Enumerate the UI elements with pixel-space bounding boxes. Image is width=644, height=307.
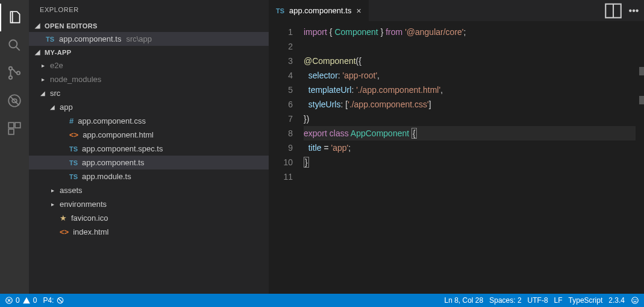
overview-ruler[interactable] (636, 25, 644, 294)
svg-rect-5 (8, 122, 14, 128)
tree-item-label: app.component.spec.ts (82, 144, 163, 153)
svg-point-3 (17, 71, 20, 74)
chevron-right-icon: ▸ (40, 62, 46, 69)
open-editors-header[interactable]: ◢ OPEN EDITORS (29, 19, 269, 32)
code-lines[interactable]: import { Component } from '@angular/core… (304, 25, 636, 294)
editor-group: TS app.component.ts × ••• 1234567891011 … (269, 0, 644, 294)
tree-item-label: app (60, 103, 73, 112)
status-port[interactable]: P4: (43, 296, 64, 305)
tree-item-label: app.module.ts (82, 172, 131, 181)
sidebar: EXPLORER ◢ OPEN EDITORS TS app.component… (29, 0, 269, 294)
tree-item-label: app.component.ts (82, 158, 144, 167)
open-editor-subpath: src\app (126, 34, 152, 43)
tab-bar: TS app.component.ts × ••• (269, 0, 644, 21)
status-encoding[interactable]: UTF-8 (528, 296, 548, 305)
status-bar: 0 0 P4: Ln 8, Col 28 Spaces: 2 UTF-8 LF … (0, 294, 644, 307)
close-icon[interactable]: × (356, 6, 361, 16)
status-eol[interactable]: LF (554, 296, 563, 305)
status-feedback[interactable] (631, 296, 639, 305)
smiley-icon (631, 296, 639, 305)
chevron-down-icon: ◢ (34, 22, 41, 30)
status-language[interactable]: TypeScript (569, 296, 603, 305)
tab-app-component-ts[interactable]: TS app.component.ts × (269, 0, 369, 21)
split-icon (603, 1, 624, 21)
tree-item-label: favicon.ico (71, 214, 108, 223)
tree-item-label: assets (60, 186, 83, 195)
status-version[interactable]: 2.3.4 (608, 296, 625, 305)
tree-item-label: e2e (50, 61, 63, 70)
activity-search[interactable] (0, 31, 29, 59)
status-indent[interactable]: Spaces: 2 (489, 296, 521, 305)
tree-folder[interactable]: ◢app (29, 100, 269, 114)
line-numbers: 1234567891011 (269, 25, 304, 294)
activity-bar (0, 0, 29, 294)
open-editor-name: app.component.ts (59, 34, 121, 43)
tree-file[interactable]: ★favicon.ico (29, 211, 269, 225)
tree-file[interactable]: TSapp.component.ts (29, 156, 269, 169)
extensions-icon (7, 121, 22, 136)
tree-folder[interactable]: ▸node_modules (29, 72, 269, 86)
svg-point-13 (636, 300, 636, 300)
tree-item-label: app.component.html (83, 130, 154, 139)
activity-explorer[interactable] (0, 4, 29, 31)
chevron-down-icon: ◢ (40, 90, 46, 97)
warning-icon (22, 296, 31, 305)
html-icon: <> (60, 227, 69, 236)
source-control-icon (7, 65, 22, 81)
split-editor-button[interactable] (603, 0, 624, 21)
tree-folder[interactable]: ▸assets (29, 183, 269, 197)
status-cursor[interactable]: Ln 8, Col 28 (444, 296, 483, 305)
ts-icon: TS (69, 159, 78, 166)
sidebar-title: EXPLORER (29, 0, 269, 19)
tree-item-label: app.component.css (78, 116, 146, 125)
chevron-down-icon: ◢ (49, 104, 55, 110)
tree-folder[interactable]: ▸e2e (29, 59, 269, 72)
error-icon (5, 296, 13, 305)
html-icon: <> (69, 130, 78, 139)
debug-icon (7, 93, 22, 109)
tree-file[interactable]: TSapp.component.spec.ts (29, 142, 269, 156)
file-tree: ▸e2e▸node_modules◢src◢app#app.component.… (29, 59, 269, 294)
svg-point-12 (634, 300, 634, 300)
more-actions-button[interactable]: ••• (624, 0, 644, 21)
tree-folder[interactable]: ◢src (29, 86, 269, 100)
ts-icon: TS (276, 7, 284, 14)
chevron-right-icon: ▸ (40, 76, 46, 83)
files-icon (7, 10, 23, 25)
tree-file[interactable]: #app.component.css (29, 114, 269, 128)
project-label: MY-APP (45, 49, 72, 56)
tree-item-label: index.html (73, 227, 108, 236)
activity-scm[interactable] (0, 59, 29, 87)
ellipsis-icon: ••• (629, 5, 639, 16)
css-icon: # (69, 116, 73, 125)
ts-icon: TS (69, 173, 78, 180)
code-editor[interactable]: 1234567891011 import { Component } from … (269, 21, 644, 294)
tree-file[interactable]: <>index.html (29, 225, 269, 239)
open-editors-label: OPEN EDITORS (45, 22, 98, 30)
open-editor-item[interactable]: TS app.component.ts src\app (29, 32, 269, 46)
activity-debug[interactable] (0, 87, 29, 115)
tree-file[interactable]: <>app.component.html (29, 128, 269, 142)
tree-item-label: src (50, 89, 60, 98)
svg-rect-6 (15, 122, 20, 128)
svg-point-1 (9, 67, 12, 70)
activity-extensions[interactable] (0, 115, 29, 142)
chevron-right-icon: ▸ (49, 201, 55, 207)
ts-icon: TS (46, 36, 54, 43)
chevron-down-icon: ◢ (34, 48, 41, 56)
tree-file[interactable]: TSapp.module.ts (29, 169, 269, 183)
no-sign-icon (56, 296, 64, 305)
tab-title: app.component.ts (289, 6, 351, 15)
tree-folder[interactable]: ▸environments (29, 197, 269, 211)
search-icon (7, 37, 22, 53)
tree-item-label: environments (60, 200, 107, 209)
tree-item-label: node_modules (50, 75, 101, 84)
status-problems[interactable]: 0 0 (5, 296, 37, 305)
svg-rect-7 (8, 129, 14, 135)
project-header[interactable]: ◢ MY-APP (29, 46, 269, 59)
ts-icon: TS (69, 145, 78, 153)
chevron-right-icon: ▸ (49, 187, 55, 194)
star-icon: ★ (60, 214, 67, 223)
svg-point-11 (632, 297, 639, 304)
svg-point-2 (9, 76, 12, 79)
